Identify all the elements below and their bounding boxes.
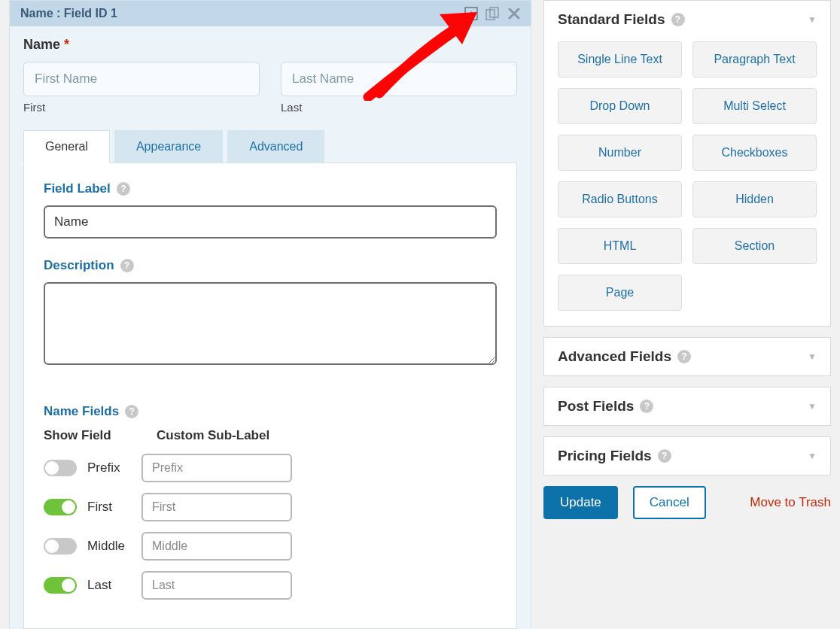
field-name-label: Name * — [23, 37, 517, 53]
cancel-button[interactable]: Cancel — [633, 486, 706, 519]
sublabel-input-last[interactable] — [142, 571, 292, 600]
name-field-row-last: Last — [44, 571, 497, 600]
form-actions: Update Cancel Move to Trash — [543, 486, 831, 519]
update-button[interactable]: Update — [543, 486, 618, 519]
name-field-row-first: First — [44, 493, 497, 521]
name-fields-heading: Name Fields ? — [44, 404, 497, 419]
pricing-fields-toggle[interactable]: Pricing Fields ? ▼ — [544, 437, 830, 475]
field-type-multi-select[interactable]: Multi Select — [692, 88, 817, 124]
name-field-label: Prefix — [87, 460, 131, 476]
description-heading: Description ? — [44, 258, 497, 273]
toggle-prefix[interactable] — [44, 460, 77, 476]
sublabel-input-prefix[interactable] — [142, 454, 292, 482]
settings-tabs: General Appearance Advanced — [23, 130, 517, 163]
help-icon[interactable]: ? — [125, 405, 138, 418]
tab-advanced[interactable]: Advanced — [227, 130, 324, 163]
help-icon[interactable]: ? — [640, 400, 653, 413]
collapse-icon[interactable] — [464, 7, 478, 20]
post-fields-panel: Post Fields ? ▼ — [543, 387, 831, 426]
tab-general[interactable]: General — [23, 130, 110, 163]
toggle-last[interactable] — [44, 577, 77, 594]
toggle-middle[interactable] — [44, 538, 77, 555]
field-type-hidden[interactable]: Hidden — [692, 181, 817, 217]
name-field-label: Last — [87, 578, 131, 593]
field-label-input[interactable] — [44, 205, 497, 239]
toggle-first[interactable] — [44, 499, 77, 515]
name-field-row-middle: Middle — [44, 532, 497, 561]
chevron-down-icon: ▼ — [808, 401, 817, 412]
pricing-fields-panel: Pricing Fields ? ▼ — [543, 436, 831, 476]
chevron-down-icon: ▼ — [808, 351, 817, 362]
tab-appearance[interactable]: Appearance — [114, 130, 223, 163]
field-header-title: Name : Field ID 1 — [20, 7, 117, 20]
field-label-heading: Field Label ? — [44, 181, 497, 196]
field-type-html[interactable]: HTML — [558, 228, 682, 264]
help-icon[interactable]: ? — [677, 350, 691, 363]
advanced-fields-panel: Advanced Fields ? ▼ — [543, 337, 831, 376]
name-field-row-prefix: Prefix — [44, 454, 497, 482]
field-header: Name : Field ID 1 — [10, 1, 531, 26]
field-type-drop-down[interactable]: Drop Down — [558, 88, 682, 124]
field-type-single-line-text[interactable]: Single Line Text — [558, 41, 682, 77]
field-editor-panel: Name : Field ID 1 Name * — [9, 0, 531, 629]
sublabel-input-first[interactable] — [142, 493, 292, 521]
advanced-fields-toggle[interactable]: Advanced Fields ? ▼ — [544, 338, 830, 375]
help-icon[interactable]: ? — [658, 449, 671, 463]
show-field-heading: Show Field — [44, 428, 132, 443]
first-sublabel: First — [23, 101, 260, 114]
field-type-number[interactable]: Number — [558, 135, 682, 171]
move-to-trash-link[interactable]: Move to Trash — [750, 495, 831, 510]
sublabel-input-middle[interactable] — [142, 532, 292, 561]
field-type-page[interactable]: Page — [558, 275, 682, 311]
chevron-down-icon: ▼ — [808, 14, 817, 25]
help-icon[interactable]: ? — [120, 259, 134, 272]
name-field-label: First — [87, 500, 131, 515]
first-name-input[interactable] — [23, 62, 260, 96]
standard-fields-panel: Standard Fields ? ▼ Single Line TextPara… — [543, 0, 831, 327]
post-fields-toggle[interactable]: Post Fields ? ▼ — [544, 387, 830, 425]
last-name-input[interactable] — [281, 62, 517, 96]
duplicate-icon[interactable] — [485, 7, 501, 20]
close-icon[interactable] — [508, 8, 520, 20]
last-sublabel: Last — [281, 101, 517, 114]
help-icon[interactable]: ? — [117, 182, 130, 196]
field-type-section[interactable]: Section — [692, 228, 817, 264]
chevron-down-icon: ▼ — [808, 451, 817, 461]
tab-panel-general: Field Label ? Description ? Name Fields … — [23, 163, 517, 629]
field-type-checkboxes[interactable]: Checkboxes — [692, 135, 817, 171]
help-icon[interactable]: ? — [671, 13, 685, 26]
sublabel-heading: Custom Sub-Label — [157, 428, 269, 443]
description-textarea[interactable] — [44, 282, 497, 365]
field-type-radio-buttons[interactable]: Radio Buttons — [558, 181, 682, 217]
standard-fields-toggle[interactable]: Standard Fields ? ▼ — [544, 1, 830, 38]
name-field-label: Middle — [87, 539, 131, 554]
field-type-paragraph-text[interactable]: Paragraph Text — [692, 41, 817, 77]
svg-marker-2 — [467, 11, 475, 16]
